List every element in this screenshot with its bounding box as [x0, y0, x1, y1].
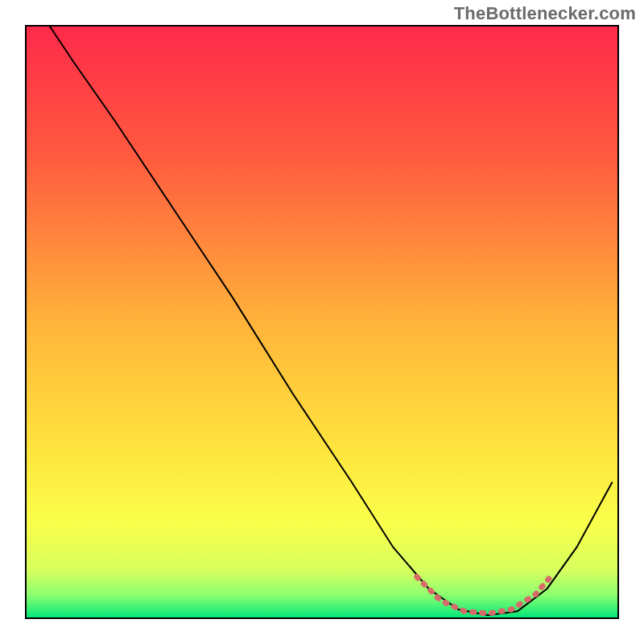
- attribution-text: TheBottlenecker.com: [454, 3, 636, 24]
- gradient-background: [26, 26, 618, 618]
- chart-frame: { "attribution": "TheBottlenecker.com", …: [0, 0, 644, 644]
- bottleneck-chart: [0, 0, 644, 644]
